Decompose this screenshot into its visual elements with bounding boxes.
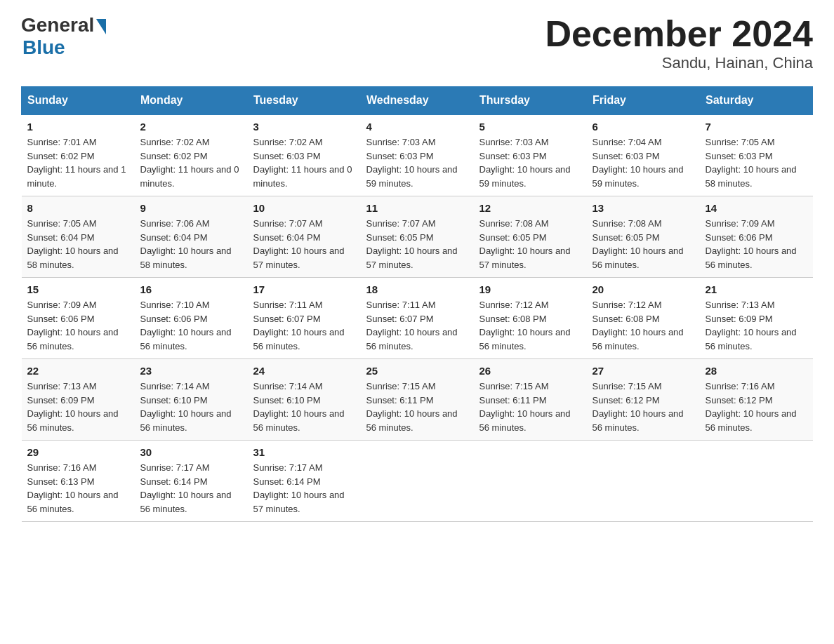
day-info: Sunrise: 7:15 AMSunset: 6:12 PMDaylight:… [593,381,684,433]
day-number: 6 [593,121,694,133]
day-info: Sunrise: 7:09 AMSunset: 6:06 PMDaylight:… [706,218,797,270]
day-number: 4 [366,121,468,133]
day-info: Sunrise: 7:02 AMSunset: 6:02 PMDaylight:… [140,137,239,189]
day-info: Sunrise: 7:06 AMSunset: 6:04 PMDaylight:… [140,218,232,270]
day-info: Sunrise: 7:07 AMSunset: 6:04 PMDaylight:… [253,218,345,270]
calendar-cell: 28 Sunrise: 7:16 AMSunset: 6:12 PMDaylig… [700,359,813,441]
calendar-cell: 12 Sunrise: 7:08 AMSunset: 6:05 PMDaylig… [474,196,587,278]
day-info: Sunrise: 7:01 AMSunset: 6:02 PMDaylight:… [27,137,126,189]
calendar-cell: 16 Sunrise: 7:10 AMSunset: 6:06 PMDaylig… [135,278,248,359]
calendar-cell: 17 Sunrise: 7:11 AMSunset: 6:07 PMDaylig… [248,278,361,359]
calendar-cell: 18 Sunrise: 7:11 AMSunset: 6:07 PMDaylig… [361,278,474,359]
calendar-cell: 29 Sunrise: 7:16 AMSunset: 6:13 PMDaylig… [22,441,135,522]
day-number: 7 [706,121,807,133]
day-info: Sunrise: 7:11 AMSunset: 6:07 PMDaylight:… [253,300,345,351]
calendar-cell: 23 Sunrise: 7:14 AMSunset: 6:10 PMDaylig… [135,359,248,441]
day-number: 3 [253,121,355,133]
header-thursday: Thursday [474,87,587,115]
calendar-cell: 25 Sunrise: 7:15 AMSunset: 6:11 PMDaylig… [361,359,474,441]
calendar-cell: 11 Sunrise: 7:07 AMSunset: 6:05 PMDaylig… [361,196,474,278]
day-number: 14 [706,202,807,214]
header-friday: Friday [587,87,700,115]
day-info: Sunrise: 7:02 AMSunset: 6:03 PMDaylight:… [253,137,352,189]
calendar-cell: 21 Sunrise: 7:13 AMSunset: 6:09 PMDaylig… [700,278,813,359]
header-monday: Monday [135,87,248,115]
day-number: 9 [140,202,242,214]
calendar-cell: 5 Sunrise: 7:03 AMSunset: 6:03 PMDayligh… [474,114,587,196]
day-number: 24 [253,365,355,377]
day-number: 23 [140,365,242,377]
calendar-week-row: 15 Sunrise: 7:09 AMSunset: 6:06 PMDaylig… [22,278,813,359]
calendar-title: December 2024 [545,14,813,54]
calendar-cell: 10 Sunrise: 7:07 AMSunset: 6:04 PMDaylig… [248,196,361,278]
day-number: 16 [140,283,242,295]
calendar-week-row: 22 Sunrise: 7:13 AMSunset: 6:09 PMDaylig… [22,359,813,441]
day-number: 12 [479,202,581,214]
day-info: Sunrise: 7:16 AMSunset: 6:12 PMDaylight:… [706,381,797,433]
day-info: Sunrise: 7:13 AMSunset: 6:09 PMDaylight:… [706,300,797,351]
day-info: Sunrise: 7:12 AMSunset: 6:08 PMDaylight:… [479,300,571,351]
calendar-week-row: 29 Sunrise: 7:16 AMSunset: 6:13 PMDaylig… [22,441,813,522]
calendar-cell [361,441,474,522]
day-number: 5 [479,121,581,133]
header-tuesday: Tuesday [248,87,361,115]
day-number: 15 [27,283,129,295]
logo: General Blue [21,14,106,59]
calendar-cell: 19 Sunrise: 7:12 AMSunset: 6:08 PMDaylig… [474,278,587,359]
calendar-cell: 2 Sunrise: 7:02 AMSunset: 6:02 PMDayligh… [135,114,248,196]
day-info: Sunrise: 7:03 AMSunset: 6:03 PMDaylight:… [366,137,458,189]
day-number: 20 [593,283,694,295]
calendar-cell: 26 Sunrise: 7:15 AMSunset: 6:11 PMDaylig… [474,359,587,441]
day-number: 29 [27,446,129,458]
day-number: 13 [593,202,694,214]
calendar-cell: 1 Sunrise: 7:01 AMSunset: 6:02 PMDayligh… [22,114,135,196]
day-info: Sunrise: 7:17 AMSunset: 6:14 PMDaylight:… [140,462,232,514]
calendar-cell: 8 Sunrise: 7:05 AMSunset: 6:04 PMDayligh… [22,196,135,278]
calendar-subtitle: Sandu, Hainan, China [545,54,813,72]
day-number: 1 [27,121,129,133]
calendar-cell: 14 Sunrise: 7:09 AMSunset: 6:06 PMDaylig… [700,196,813,278]
logo-general-text: General [21,14,94,36]
day-info: Sunrise: 7:10 AMSunset: 6:06 PMDaylight:… [140,300,232,351]
day-number: 27 [593,365,694,377]
title-block: December 2024 Sandu, Hainan, China [545,14,813,72]
calendar-cell: 22 Sunrise: 7:13 AMSunset: 6:09 PMDaylig… [22,359,135,441]
calendar-cell: 24 Sunrise: 7:14 AMSunset: 6:10 PMDaylig… [248,359,361,441]
calendar-cell [700,441,813,522]
day-info: Sunrise: 7:14 AMSunset: 6:10 PMDaylight:… [140,381,232,433]
day-number: 17 [253,283,355,295]
day-number: 19 [479,283,581,295]
calendar-cell: 13 Sunrise: 7:08 AMSunset: 6:05 PMDaylig… [587,196,700,278]
page-header: General Blue December 2024 Sandu, Hainan… [21,14,813,72]
header-wednesday: Wednesday [361,87,474,115]
day-info: Sunrise: 7:08 AMSunset: 6:05 PMDaylight:… [479,218,571,270]
calendar-cell: 6 Sunrise: 7:04 AMSunset: 6:03 PMDayligh… [587,114,700,196]
day-info: Sunrise: 7:05 AMSunset: 6:04 PMDaylight:… [27,218,119,270]
day-info: Sunrise: 7:08 AMSunset: 6:05 PMDaylight:… [593,218,684,270]
calendar-cell [587,441,700,522]
day-number: 28 [706,365,807,377]
calendar-cell: 30 Sunrise: 7:17 AMSunset: 6:14 PMDaylig… [135,441,248,522]
calendar-cell: 7 Sunrise: 7:05 AMSunset: 6:03 PMDayligh… [700,114,813,196]
calendar-cell: 3 Sunrise: 7:02 AMSunset: 6:03 PMDayligh… [248,114,361,196]
calendar-header-row: Sunday Monday Tuesday Wednesday Thursday… [22,87,813,115]
day-info: Sunrise: 7:04 AMSunset: 6:03 PMDaylight:… [593,137,684,189]
day-info: Sunrise: 7:11 AMSunset: 6:07 PMDaylight:… [366,300,458,351]
calendar-cell: 4 Sunrise: 7:03 AMSunset: 6:03 PMDayligh… [361,114,474,196]
day-number: 10 [253,202,355,214]
calendar-cell: 9 Sunrise: 7:06 AMSunset: 6:04 PMDayligh… [135,196,248,278]
day-info: Sunrise: 7:17 AMSunset: 6:14 PMDaylight:… [253,462,345,514]
day-number: 25 [366,365,468,377]
day-number: 2 [140,121,242,133]
day-number: 21 [706,283,807,295]
day-info: Sunrise: 7:05 AMSunset: 6:03 PMDaylight:… [706,137,797,189]
day-number: 8 [27,202,129,214]
day-number: 18 [366,283,468,295]
calendar-week-row: 8 Sunrise: 7:05 AMSunset: 6:04 PMDayligh… [22,196,813,278]
day-info: Sunrise: 7:09 AMSunset: 6:06 PMDaylight:… [27,300,119,351]
calendar-cell: 31 Sunrise: 7:17 AMSunset: 6:14 PMDaylig… [248,441,361,522]
day-info: Sunrise: 7:12 AMSunset: 6:08 PMDaylight:… [593,300,684,351]
day-info: Sunrise: 7:15 AMSunset: 6:11 PMDaylight:… [479,381,571,433]
day-number: 11 [366,202,468,214]
day-number: 22 [27,365,129,377]
